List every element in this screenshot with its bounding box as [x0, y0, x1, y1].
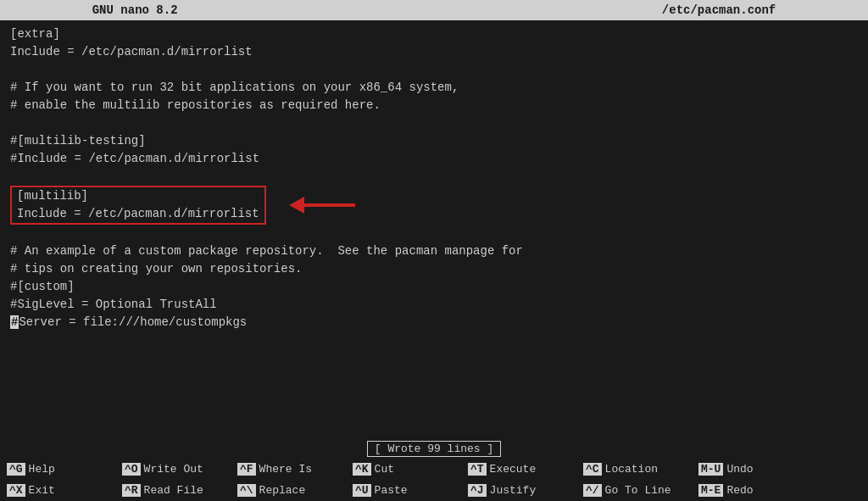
shortcut-where-is[interactable]: ^F Where Is — [237, 463, 339, 476]
shortcut-key-where-is: ^F — [237, 463, 256, 476]
arrow-head — [289, 197, 304, 214]
shortcut-key-exit: ^X — [7, 484, 25, 497]
shortcut-execute[interactable]: ^T Execute — [468, 463, 570, 476]
shortcut-location[interactable]: ^C Location — [583, 463, 685, 476]
shortcut-replace[interactable]: ^\ Replace — [237, 484, 339, 497]
editor-area[interactable]: [extra] Include = /etc/pacman.d/mirrorli… — [0, 20, 868, 439]
shortcut-key-read-file: ^R — [122, 484, 141, 497]
shortcut-row-2: ^X Exit ^R Read File ^\ Replace ^U Paste… — [0, 480, 868, 501]
shortcut-key-replace: ^\ — [237, 484, 256, 497]
line-4: # If you want to run 32 bit applications… — [10, 79, 858, 97]
shortcut-help[interactable]: ^G Help — [7, 463, 108, 476]
line-8: #Include = /etc/pacman.d/mirrorlist — [10, 150, 858, 168]
shortcut-key-help: ^G — [7, 463, 25, 476]
shortcut-key-paste: ^U — [353, 484, 371, 497]
shortcut-key-cut: ^K — [353, 463, 371, 476]
shortcut-paste[interactable]: ^U Paste — [353, 484, 454, 497]
line-11: Include = /etc/pacman.d/mirrorlist — [17, 205, 259, 223]
shortcut-label-execute: Execute — [490, 463, 537, 476]
shortcut-label-help: Help — [29, 463, 55, 476]
shortcut-label-where-is: Where Is — [259, 463, 312, 476]
line-17: #Server = file:///home/custompkgs — [10, 314, 858, 331]
shortcut-label-write-out: Write Out — [144, 463, 203, 476]
shortcut-undo[interactable]: M-U Undo — [698, 463, 800, 476]
shortcut-key-write-out: ^O — [122, 463, 141, 476]
line-5: # enable the multilib repositories as re… — [10, 97, 858, 114]
shortcut-label-justify: Justify — [490, 484, 537, 497]
shortcut-read-file[interactable]: ^R Read File — [122, 484, 224, 497]
shortcut-exit[interactable]: ^X Exit — [7, 484, 108, 497]
annotation-arrow — [289, 197, 355, 214]
line-1: [extra] — [10, 25, 858, 43]
line-6 — [10, 114, 858, 132]
shortcut-key-justify: ^J — [468, 484, 487, 497]
shortcut-bar: ^G Help ^O Write Out ^F Where Is ^K Cut … — [0, 459, 868, 501]
shortcut-label-read-file: Read File — [144, 484, 203, 497]
line-9 — [10, 168, 858, 186]
shortcut-label-exit: Exit — [29, 484, 55, 497]
shortcut-redo[interactable]: M-E Redo — [698, 484, 800, 497]
arrow-body — [304, 203, 355, 207]
line-15: #[custom] — [10, 278, 858, 296]
shortcut-write-out[interactable]: ^O Write Out — [122, 463, 224, 476]
shortcut-label-location: Location — [605, 463, 658, 476]
line-12 — [10, 225, 858, 242]
highlighted-multilib-section: [multilib] Include = /etc/pacman.d/mirro… — [10, 186, 266, 225]
status-message: [ Wrote 99 lines ] — [367, 441, 501, 457]
filename: /etc/pacman.conf — [662, 3, 776, 17]
shortcut-label-replace: Replace — [259, 484, 306, 497]
status-bar: [ Wrote 99 lines ] — [0, 439, 868, 459]
shortcut-key-execute: ^T — [468, 463, 487, 476]
shortcut-justify[interactable]: ^J Justify — [468, 484, 570, 497]
app-name: GNU nano 8.2 — [92, 3, 178, 17]
line-13: # An example of a custom package reposit… — [10, 242, 858, 260]
shortcut-go-to-line[interactable]: ^/ Go To Line — [583, 484, 685, 497]
line-2: Include = /etc/pacman.d/mirrorlist — [10, 43, 858, 61]
line-16: #SigLevel = Optional TrustAll — [10, 296, 858, 314]
shortcut-key-go-to-line: ^/ — [583, 484, 602, 497]
shortcut-label-paste: Paste — [375, 484, 408, 497]
shortcut-row-1: ^G Help ^O Write Out ^F Where Is ^K Cut … — [0, 459, 868, 480]
shortcut-key-location: ^C — [583, 463, 602, 476]
line-7: #[multilib-testing] — [10, 132, 858, 150]
shortcut-key-redo: M-E — [698, 484, 723, 497]
shortcut-key-undo: M-U — [698, 463, 723, 476]
shortcut-label-go-to-line: Go To Line — [605, 484, 671, 497]
line-14: # tips on creating your own repositories… — [10, 260, 858, 278]
shortcut-label-undo: Undo — [726, 463, 753, 476]
title-bar: GNU nano 8.2 /etc/pacman.conf — [0, 0, 868, 20]
shortcut-label-redo: Redo — [726, 484, 753, 497]
shortcut-cut[interactable]: ^K Cut — [353, 463, 454, 476]
shortcut-label-cut: Cut — [375, 463, 394, 476]
line-3 — [10, 61, 858, 79]
line-10: [multilib] — [17, 187, 259, 205]
